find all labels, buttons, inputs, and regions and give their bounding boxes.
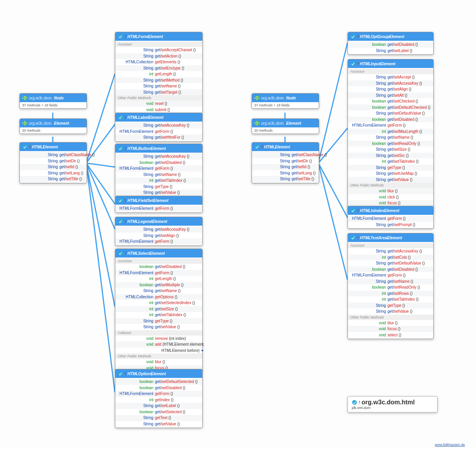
member-col: submit (): [155, 107, 200, 113]
bang-icon: !: [125, 115, 126, 120]
section-label: Accessor: [115, 258, 202, 264]
type-col: String: [118, 403, 155, 409]
member-row: HTMLFormElementgetForm (): [348, 122, 433, 129]
member-col: get/setDisabled (): [155, 385, 200, 391]
class-box-HTMLSelectElement[interactable]: !HTMLSelectElement Accessorbooleanget/se…: [115, 249, 203, 372]
member-col: get/setReadOnly (): [387, 141, 431, 146]
member-col: get/setCols (): [387, 255, 431, 260]
member-row: voidblur (): [348, 320, 433, 326]
type-col: boolean: [118, 264, 155, 270]
type-col: String: [254, 176, 292, 182]
type-col: String: [350, 279, 387, 284]
member-row: Stringget/setName (): [115, 83, 202, 89]
uml-canvas: org.w3c.dom.Node 37 methods + 18 fields …: [0, 0, 476, 449]
type-col: String: [118, 135, 155, 140]
member-row: voidremove (int index): [115, 336, 202, 342]
member-col: get/setName (): [155, 288, 200, 294]
svg-point-22: [118, 34, 123, 39]
type-col: String: [350, 75, 387, 80]
package-legend: ! org.w3c.dom.html jdk.xml.dom: [347, 396, 438, 412]
member-row: StringgetType (): [115, 318, 202, 324]
type-col: String: [118, 90, 155, 95]
member-row: intget/setTabIndex (): [348, 158, 433, 165]
type-col: int: [118, 312, 155, 318]
class-box-Node[interactable]: org.w3c.dom.Node 37 methods + 18 fields: [19, 93, 87, 109]
section-label: Collector: [115, 330, 202, 336]
type-col: String: [254, 164, 292, 170]
class-header: !HTMLElement: [20, 143, 87, 151]
type-col: boolean: [118, 385, 155, 391]
interface-icon: [118, 115, 123, 120]
interface-icon: [118, 34, 123, 39]
member-row: Stringget/setAccessKey (): [348, 248, 433, 254]
type-col: HTMLFormElement: [118, 206, 155, 211]
member-row: intget/setCols (): [348, 254, 433, 261]
member-row: HTMLElement before) ⁕: [115, 348, 202, 354]
member-col: get/setLabel (): [155, 403, 200, 409]
member-row: voidfocus (): [348, 200, 433, 206]
legend-package: org.w3c.dom.html: [361, 399, 415, 406]
member-row: Stringget/setTitle (): [252, 176, 319, 182]
type-col: String: [350, 153, 387, 158]
type-col: String: [118, 184, 155, 190]
class-box-HTMLLabelElement[interactable]: !HTMLLabelElement Stringget/setAccessKey…: [115, 113, 203, 142]
class-box-HTMLFieldSetElement[interactable]: !HTMLFieldSetElement HTMLFormElementgetF…: [115, 196, 203, 213]
member-row: booleanget/setDisabled (): [348, 117, 433, 123]
member-col: get/setSelectedIndex (): [155, 300, 200, 306]
member-col: getForm (): [155, 166, 200, 171]
class-box-HTMLButtonElement[interactable]: !HTMLButtonElement Stringget/setAccessKe…: [115, 144, 203, 197]
class-box-HTMLLegendElement[interactable]: !HTMLLegendElement Stringget/setAccessKe…: [115, 217, 203, 246]
bang-icon: !: [125, 35, 126, 39]
member-col: get/setAccessKey (): [387, 249, 431, 254]
class-header: !HTMLLabelElement: [115, 113, 202, 122]
member-col: get/setUseMap (): [387, 171, 431, 176]
class-icon: [254, 120, 260, 126]
class-box-Element[interactable]: org.w3c.dom.Element 20 methods: [252, 118, 319, 134]
member-row: Stringget/setValue (): [115, 421, 202, 427]
svg-line-11: [318, 43, 347, 163]
class-box-HTMLTextAreaElement[interactable]: !HTMLTextAreaElement AccessorStringget/s…: [347, 233, 434, 339]
section-label: Other Public Methods: [348, 315, 433, 320]
class-box-HTMLFormElement[interactable]: !HTMLFormElement AccessorStringget/setAc…: [115, 32, 203, 114]
member-col: getLength (): [155, 71, 200, 77]
type-col: String: [350, 87, 387, 92]
class-box-HTMLElement[interactable]: !HTMLElement Stringget/setClassName ()St…: [252, 142, 319, 183]
class-box-HTMLOptGroupElement[interactable]: !HTMLOptGroupElement booleanget/setDisab…: [347, 32, 434, 55]
member-row: Stringget/setMethod (): [115, 77, 202, 84]
class-title: HTMLSelectElement: [127, 251, 165, 256]
member-row: HTMLFormElementgetForm (): [348, 216, 433, 222]
interface-icon: [350, 235, 356, 240]
class-box-HTMLInputElement[interactable]: !HTMLInputElement AccessorStringget/setA…: [347, 59, 434, 213]
member-row: HTMLFormElementgetForm (): [115, 205, 202, 212]
class-header: !HTMLFormElement: [115, 32, 202, 41]
member-col: get/setDir (): [59, 158, 84, 164]
type-col: HTMLFormElement: [118, 239, 155, 244]
class-box-HTMLIsIndexElement[interactable]: !HTMLIsIndexElement HTMLFormElementgetFo…: [347, 206, 434, 229]
member-row: Stringget/setUseMap (): [348, 171, 433, 177]
class-box-Node[interactable]: org.w3c.dom.Node 37 methods + 18 fields: [252, 93, 319, 109]
class-box-HTMLOptionElement[interactable]: !HTMLOptionElement booleanget/setDefault…: [115, 369, 203, 428]
member-col: get/setMethod (): [155, 78, 200, 83]
type-col: int: [118, 300, 155, 306]
section-label: Accessor: [115, 42, 202, 47]
member-col: getType (): [387, 303, 431, 308]
member-col: get/setValue (): [155, 190, 200, 195]
class-title: HTMLLegendElement: [127, 219, 167, 224]
type-col: String: [350, 165, 387, 171]
class-box-Element[interactable]: org.w3c.dom.Element 20 methods: [19, 118, 87, 134]
member-col: get/setClassName (): [59, 152, 95, 158]
type-col: int: [118, 71, 155, 77]
member-row: Stringget/setDefaultValue (): [348, 110, 433, 117]
type-col: HTMLFormElement: [350, 123, 387, 128]
site-link[interactable]: www.falkhausen.de: [435, 443, 465, 447]
member-row: Stringget/setDir (): [252, 158, 319, 164]
member-row: Stringget/setEnctype (): [115, 65, 202, 71]
class-title: HTMLOptionElement: [127, 372, 166, 376]
svg-point-40: [352, 400, 357, 405]
member-row: intget/setTabIndex (): [348, 296, 433, 303]
member-row: voidadd (HTMLElement element,: [115, 341, 202, 348]
class-box-HTMLElement[interactable]: !HTMLElement Stringget/setClassName ()St…: [19, 142, 87, 183]
type-col: String: [350, 249, 387, 254]
type-col: int: [350, 297, 387, 302]
type-col: String: [350, 93, 387, 98]
